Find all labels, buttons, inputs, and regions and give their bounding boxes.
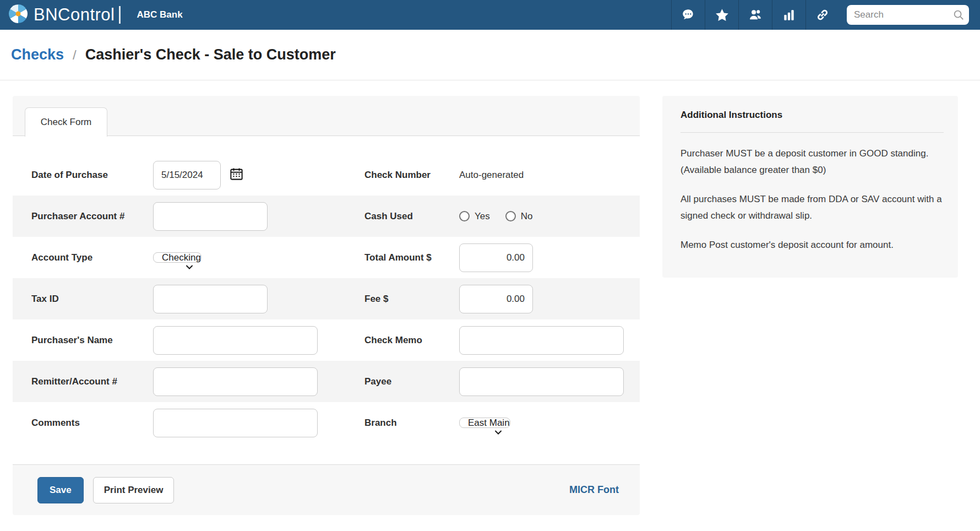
- cash-used-no-label: No: [521, 211, 533, 222]
- row-comments-branch: Comments Branch East Main: [13, 402, 640, 443]
- purchasers-name-label: Purchaser's Name: [31, 335, 153, 346]
- date-of-purchase-input[interactable]: [153, 161, 221, 189]
- link-icon[interactable]: [805, 0, 839, 30]
- row-purchasers-name-check-memo: Purchaser's Name Check Memo: [13, 319, 640, 361]
- calendar-icon[interactable]: [229, 166, 244, 183]
- account-type-selected-value: Checking: [154, 252, 201, 263]
- check-number-value: Auto-generated: [459, 170, 640, 181]
- chat-icon[interactable]: [671, 0, 705, 30]
- branch-select[interactable]: East Main: [459, 418, 510, 428]
- search-input[interactable]: [847, 5, 969, 25]
- favorites-star-icon[interactable]: [705, 0, 738, 30]
- additional-instructions-title: Additional Instructions: [680, 110, 944, 121]
- fee-label: Fee $: [364, 294, 459, 305]
- comments-input[interactable]: [153, 409, 318, 437]
- cash-used-no-radio[interactable]: [505, 211, 516, 221]
- brand-name: BNControl: [34, 5, 115, 25]
- page: BNControl ABC Bank: [0, 0, 980, 531]
- breadcrumb-checks-link[interactable]: Checks: [11, 46, 64, 63]
- payee-input[interactable]: [459, 367, 624, 396]
- tax-id-input[interactable]: [153, 285, 268, 313]
- additional-instructions-panel: Additional Instructions Purchaser MUST b…: [662, 96, 958, 278]
- comments-label: Comments: [31, 418, 153, 429]
- users-icon[interactable]: [738, 0, 772, 30]
- cash-used-yes-radio[interactable]: [459, 211, 470, 221]
- payee-label: Payee: [364, 376, 459, 387]
- purchasers-name-input[interactable]: [153, 326, 318, 355]
- search-box: [847, 5, 969, 25]
- print-preview-button[interactable]: Print Preview: [93, 477, 175, 503]
- aperture-logo-icon: [8, 3, 29, 26]
- fee-input[interactable]: [459, 285, 533, 313]
- header-icon-toolbar: [671, 0, 980, 30]
- purchaser-account-input[interactable]: [153, 202, 268, 231]
- branch-label: Branch: [364, 418, 459, 429]
- top-header-bar: BNControl ABC Bank: [0, 0, 980, 30]
- instruction-paragraph: Memo Post customer's deposit account for…: [680, 237, 944, 253]
- brand-logo[interactable]: BNControl: [0, 0, 121, 30]
- check-memo-input[interactable]: [459, 326, 624, 355]
- form-footer: Save Print Preview MICR Font: [13, 464, 640, 515]
- instruction-paragraph: All purchases MUST be made from DDA or S…: [680, 191, 944, 224]
- check-form-body: Date of Purchase Check Number: [13, 136, 640, 464]
- chevron-down-icon: [185, 263, 194, 274]
- brand-cursor-bar: [119, 6, 121, 24]
- remitter-account-input[interactable]: [153, 367, 318, 396]
- micr-font-link[interactable]: MICR Font: [569, 484, 619, 496]
- cash-used-label: Cash Used: [364, 211, 459, 222]
- date-of-purchase-label: Date of Purchase: [31, 170, 153, 181]
- total-amount-input[interactable]: [459, 243, 533, 272]
- check-form-panel: Check Form Date of Purchase: [13, 96, 640, 515]
- row-account-type-total-amount: Account Type Checking Total Amount $: [13, 237, 640, 278]
- remitter-account-label: Remitter/Account #: [31, 376, 153, 387]
- search-icon[interactable]: [952, 9, 965, 23]
- check-number-label: Check Number: [364, 170, 459, 181]
- tab-check-form[interactable]: Check Form: [25, 107, 107, 137]
- tab-strip: Check Form: [13, 96, 640, 136]
- save-button[interactable]: Save: [37, 477, 84, 503]
- total-amount-label: Total Amount $: [364, 252, 459, 263]
- bar-chart-icon[interactable]: [772, 0, 805, 30]
- instructions-divider: [680, 132, 944, 133]
- check-memo-label: Check Memo: [364, 335, 459, 346]
- account-type-select[interactable]: Checking: [153, 252, 202, 263]
- account-type-label: Account Type: [31, 252, 153, 263]
- cash-used-radio-group: Yes No: [459, 211, 640, 222]
- instruction-paragraph: Purchaser MUST be a deposit customer in …: [680, 145, 944, 178]
- branch-selected-value: East Main: [460, 418, 510, 428]
- tax-id-label: Tax ID: [31, 294, 153, 305]
- row-date-check-number: Date of Purchase Check Number: [13, 154, 640, 196]
- row-remitter-payee: Remitter/Account # Payee: [13, 361, 640, 402]
- row-tax-id-fee: Tax ID Fee $: [13, 278, 640, 319]
- purchaser-account-label: Purchaser Account #: [31, 211, 153, 222]
- bank-name: ABC Bank: [137, 9, 183, 20]
- cash-used-yes-label: Yes: [475, 211, 490, 222]
- chevron-down-icon: [494, 428, 503, 439]
- breadcrumb-separator: /: [73, 47, 77, 63]
- row-purchaser-account-cash-used: Purchaser Account # Cash Used Yes No: [13, 196, 640, 237]
- breadcrumb: Checks / Cashier's Check - Sale to Custo…: [0, 30, 980, 80]
- page-title: Cashier's Check - Sale to Customer: [85, 46, 336, 63]
